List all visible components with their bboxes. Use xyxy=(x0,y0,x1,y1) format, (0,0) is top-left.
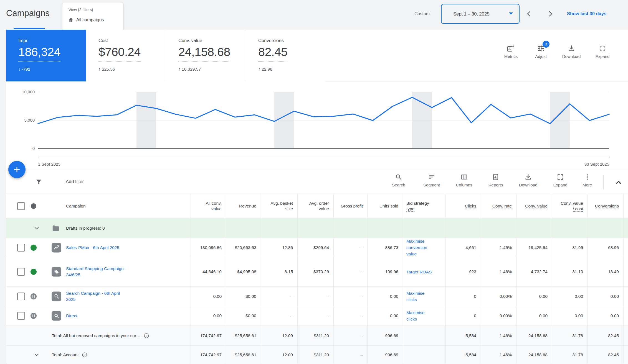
column-header-label: Units sold xyxy=(379,203,398,209)
shopping-tag-icon xyxy=(52,267,61,277)
table-row: Direct0.00$0.00–––0.00Maximise clicks00.… xyxy=(6,306,628,326)
collapse-table-button[interactable] xyxy=(612,177,625,187)
cell-conv-value-cost: 0.00 xyxy=(552,306,588,325)
download-icon xyxy=(558,45,585,52)
scorecard-conv-value[interactable]: Conv. value 24,158.68 ↑ 10,329.57 xyxy=(166,30,246,81)
columns-button[interactable]: Columns xyxy=(451,173,477,187)
scorecard-conversions[interactable]: Conversions 82.45 ↑ 22.98 xyxy=(246,30,326,81)
cell-gross-profit: – xyxy=(333,238,367,257)
scorecard-value: 82.45 xyxy=(258,45,287,61)
row-checkbox[interactable] xyxy=(17,244,25,252)
scorecard-delta: 10,329.57 xyxy=(182,67,201,71)
table-header-campaign[interactable]: Campaign xyxy=(6,194,191,218)
next-date-range-button[interactable] xyxy=(545,8,556,19)
svg-text:0: 0 xyxy=(32,146,35,151)
row-checkbox[interactable] xyxy=(17,312,25,320)
cell-all-conv-value: 0.00 xyxy=(191,306,226,325)
svg-text:5,000: 5,000 xyxy=(24,118,35,122)
expand-icon xyxy=(547,173,574,181)
column-header-label: value xyxy=(211,206,222,212)
column-header-label: value xyxy=(319,206,329,212)
scorecard-value: $760.24 xyxy=(98,45,141,61)
campaign-cell: Direct xyxy=(6,306,191,325)
enabled-status-dot xyxy=(31,269,37,275)
total-cell-units-sold: 996.69 xyxy=(367,346,403,364)
table-header-clicks[interactable]: Clicks xyxy=(445,194,481,218)
scorecard-cost[interactable]: Cost $760.24 ↑ $25.56 xyxy=(86,30,166,81)
svg-text:10,000: 10,000 xyxy=(22,89,35,94)
scorecard-label: Impr. xyxy=(18,38,29,43)
scorecard-label: Conversions xyxy=(258,38,284,43)
previous-date-range-button[interactable] xyxy=(523,8,535,19)
download-button[interactable]: Download xyxy=(558,45,585,59)
total-cell-conv-rate: 1.46% xyxy=(481,346,516,364)
group-cell-conversions xyxy=(588,218,623,238)
table-header-conv-value-cost[interactable]: Conv. value/ cost xyxy=(552,194,588,218)
segment-button[interactable]: Segment xyxy=(418,173,445,187)
cell-avg-order-value: $370.29 xyxy=(297,257,333,286)
add-filter-button[interactable]: Add filter xyxy=(66,179,84,184)
filter-funnel-icon[interactable] xyxy=(36,178,42,186)
campaign-name-link[interactable]: Direct xyxy=(66,313,130,319)
expand-table-button[interactable]: Expand xyxy=(547,173,574,187)
main-panel: Impr. 186,324 ↓ -792 Cost $760.24 ↑ $25.… xyxy=(6,30,628,364)
cell-avg-order-value: – xyxy=(297,287,333,306)
add-campaign-button[interactable] xyxy=(8,161,26,178)
download-table-button[interactable]: Download xyxy=(515,173,541,187)
cell-conv-value-cost: 31.95 xyxy=(552,238,588,257)
cell-gross-profit: – xyxy=(333,306,367,325)
select-all-checkbox[interactable] xyxy=(17,202,25,210)
total-account-row: Total: Account?174,742.97$25,658.6112.09… xyxy=(6,346,628,364)
total-cell-all-conv-value: 174,742.97 xyxy=(191,326,226,345)
bid-strategy-link[interactable]: Target ROAS xyxy=(406,269,432,275)
cell-clicks: 923 xyxy=(445,257,481,286)
metrics-button[interactable]: Metrics xyxy=(498,45,524,59)
cell-conv-value-cost: 31.10 xyxy=(552,257,588,286)
cell-avg-basket-size: – xyxy=(261,306,297,325)
bid-strategy-link[interactable]: Maximise clicks xyxy=(406,309,435,322)
cell-avg-basket-size: – xyxy=(261,287,297,306)
cell-bid-strategy-type: Maximise conversion value xyxy=(403,238,445,257)
campaign-name-link[interactable]: Search Campaign - 6th April 2025 xyxy=(66,290,130,303)
table-header-bid-strategy-type[interactable]: Bid strategytype xyxy=(403,194,445,218)
campaign-name-link[interactable]: Sales-PMax - 6th April 2025 xyxy=(66,245,130,251)
scorecard-impressions[interactable]: Impr. 186,324 ↓ -792 xyxy=(6,30,86,81)
help-icon[interactable]: ? xyxy=(143,333,150,339)
show-last-30-days-link[interactable]: Show last 30 days xyxy=(567,11,606,16)
download-table-label: Download xyxy=(515,183,541,187)
expand-button[interactable]: Expand xyxy=(589,45,616,59)
chevron-down-icon[interactable] xyxy=(33,225,40,232)
bid-strategy-link[interactable]: Maximise clicks xyxy=(406,290,435,303)
table-header-avg-basket-size[interactable]: Avg. basketsize xyxy=(261,194,297,218)
table-header-revenue[interactable]: Revenue xyxy=(226,194,261,218)
row-checkbox[interactable] xyxy=(17,293,25,300)
table-header-all-conv-value[interactable]: All conv.value xyxy=(191,194,226,218)
table-header-units-sold[interactable]: Units sold xyxy=(367,194,403,218)
view-filter-chip[interactable]: View (2 filters) All campaigns xyxy=(62,2,123,31)
group-cell-units-sold xyxy=(367,218,403,238)
date-range-selector[interactable]: Sept 1 – 30, 2025 xyxy=(441,4,520,24)
adjust-button[interactable]: 3 Adjust xyxy=(528,45,554,59)
table-header-conv-value[interactable]: Conv. value xyxy=(516,194,552,218)
cell-units-sold: 886.73 xyxy=(367,238,403,257)
row-checkbox[interactable] xyxy=(17,268,25,276)
overflow-column xyxy=(623,218,628,238)
total-row-label: Total: Account? xyxy=(52,352,88,358)
table-header-gross-profit[interactable]: Gross profit xyxy=(333,194,367,218)
group-cell-revenue xyxy=(226,218,261,238)
table-header-conversions[interactable]: Conversions xyxy=(588,194,623,218)
scorecard-delta: -792 xyxy=(22,67,30,71)
search-button[interactable]: Search xyxy=(385,173,412,187)
overflow-column xyxy=(623,287,628,306)
table-header-conv-rate[interactable]: Conv. rate xyxy=(481,194,516,218)
table-header-avg-order-value[interactable]: Avg. ordervalue xyxy=(297,194,333,218)
cell-bid-strategy-type: Target ROAS xyxy=(403,257,445,286)
help-icon[interactable]: ? xyxy=(82,352,88,358)
chevron-down-icon[interactable] xyxy=(33,352,40,358)
total-cell-conv-value: 24,158.68 xyxy=(516,346,552,364)
reports-button[interactable]: Reports xyxy=(482,173,509,187)
cell-revenue: $0.00 xyxy=(226,306,261,325)
bid-strategy-link[interactable]: Maximise conversion value xyxy=(406,238,435,257)
campaign-name-link[interactable]: Standard Shopping Campaign-24/6/25 xyxy=(66,266,130,278)
more-button[interactable]: More xyxy=(574,173,601,187)
